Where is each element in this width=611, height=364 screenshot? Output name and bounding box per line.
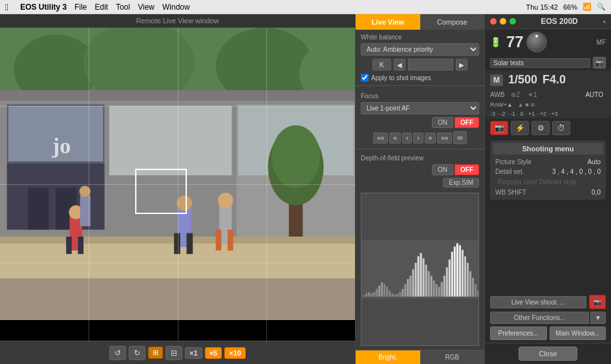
app-name[interactable]: EOS Utility 3 — [20, 3, 67, 12]
scroll-arrow[interactable]: › — [349, 179, 352, 189]
svg-rect-85 — [477, 291, 478, 297]
other-functions-dropdown[interactable]: ▼ — [590, 312, 606, 324]
svg-rect-43 — [368, 292, 370, 297]
apply-checkbox[interactable] — [361, 74, 369, 81]
focus-select[interactable]: Live 1-point AF — [361, 102, 479, 114]
k-value-input[interactable] — [408, 59, 453, 70]
dof-label: Depth-of-field preview — [361, 155, 423, 162]
quality-badge: AUTO — [583, 91, 606, 99]
focus-off-button[interactable]: OFF — [455, 117, 479, 128]
svg-rect-49 — [383, 284, 385, 297]
svg-rect-54 — [396, 294, 398, 297]
grid-button[interactable]: ⊞ — [148, 347, 163, 359]
zoom1-button[interactable]: ×1 — [185, 347, 202, 359]
tab-bar: Live View Compose — [356, 14, 484, 30]
svg-rect-41 — [363, 295, 365, 297]
focus-section-label: Focus — [356, 89, 484, 101]
zoom10-button[interactable]: ×10 — [224, 347, 246, 359]
svg-rect-78 — [459, 245, 461, 296]
nav-next2[interactable]: » — [425, 133, 436, 144]
traffic-light-red[interactable] — [490, 18, 497, 25]
svg-rect-65 — [425, 264, 427, 296]
svg-rect-71 — [441, 283, 443, 297]
wb-select-row: Auto: Ambience priority — [356, 42, 484, 57]
svg-point-39 — [80, 186, 91, 197]
main-container: Remote Live View window — [0, 14, 611, 364]
hist-tab-rgb[interactable]: RGB — [420, 350, 485, 364]
tab-live-view[interactable]: Live View — [356, 14, 420, 30]
dof-off-button[interactable]: OFF — [455, 164, 479, 175]
live-view-shoot-button[interactable]: Live View shoot. ... — [490, 296, 586, 308]
k-slider-right[interactable]: ▶ — [456, 59, 467, 70]
menu-tool[interactable]: Tool — [116, 3, 130, 12]
nav-prev[interactable]: ‹ — [402, 133, 412, 144]
other-functions-button[interactable]: Other Functions... — [490, 312, 589, 324]
svg-rect-73 — [446, 267, 448, 296]
focus-on-button[interactable]: ON — [432, 117, 453, 128]
svg-rect-68 — [433, 281, 435, 297]
shoot-icon-button[interactable]: 📷 — [589, 295, 606, 309]
nav-last[interactable]: »» — [437, 133, 452, 144]
svg-rect-36 — [216, 230, 222, 250]
k-button[interactable]: K — [372, 59, 391, 70]
shooting-menu-title: Shooting menu — [493, 143, 603, 155]
menu-file[interactable]: File — [74, 3, 87, 12]
register-label[interactable]: Register User Defined style — [495, 178, 579, 186]
exp-sim-button[interactable]: Exp.SIM — [443, 178, 479, 187]
svg-rect-53 — [394, 295, 396, 297]
hist-tab-bright[interactable]: Bright. — [356, 350, 420, 364]
menu-edit[interactable]: Edit — [95, 3, 109, 12]
svg-rect-33 — [186, 233, 193, 254]
wb-select[interactable]: Auto: Ambience priority — [361, 43, 479, 56]
svg-rect-56 — [402, 289, 403, 297]
svg-rect-15 — [109, 106, 231, 176]
focus-box — [135, 169, 187, 214]
project-icon-button[interactable]: 📷 — [593, 57, 606, 69]
camera-header: EOS 200D ● — [485, 14, 611, 29]
grid2-button[interactable]: ⊟ — [166, 346, 182, 360]
svg-rect-37 — [228, 230, 233, 250]
svg-rect-48 — [381, 283, 383, 297]
main-window-button[interactable]: Main Window... — [550, 327, 606, 340]
live-view-title: Remote Live View window — [0, 14, 355, 28]
svg-rect-59 — [409, 276, 411, 297]
icon-tab-settings[interactable]: ⚙ — [531, 121, 550, 135]
tab-compose[interactable]: Compose — [420, 14, 485, 30]
wb-section-label: White balance — [356, 30, 484, 42]
svg-rect-28 — [66, 237, 72, 254]
dof-on-off-row: ON OFF — [356, 163, 484, 177]
detail-set-value: 3 , 4 , 4 , 0 , 0 , 0 — [552, 168, 601, 175]
svg-rect-45 — [373, 292, 375, 297]
menubar:  EOS Utility 3 File Edit Tool View Wind… — [0, 0, 611, 14]
rotate-right-button[interactable]: ↻ — [129, 346, 145, 360]
traffic-light-yellow[interactable] — [500, 18, 506, 25]
icon-tab-camera[interactable]: 📷 — [490, 121, 508, 135]
nav-first[interactable]: «« — [373, 133, 388, 144]
icon-tab-flash[interactable]: ⚡ — [511, 121, 529, 135]
nav-next[interactable]: › — [413, 133, 423, 144]
close-button[interactable]: Close — [519, 347, 577, 361]
svg-rect-74 — [449, 259, 451, 296]
nav-infinity[interactable]: ∞ — [453, 131, 467, 144]
camera-dial[interactable] — [526, 32, 547, 52]
live-view-image: jo SALE — [0, 28, 355, 341]
svg-rect-50 — [386, 287, 388, 297]
status-clock: Thu 15:42 — [526, 3, 558, 11]
traffic-light-green[interactable] — [509, 18, 516, 25]
search-icon[interactable]: 🔍 — [597, 3, 606, 11]
rotate-left-button[interactable]: ↺ — [109, 346, 126, 360]
menu-window[interactable]: Window — [162, 3, 190, 12]
nav-prev2[interactable]: « — [389, 133, 401, 144]
histogram-svg — [361, 193, 478, 345]
zoom5-button[interactable]: ×5 — [205, 347, 222, 359]
preferences-button[interactable]: Preferences... — [490, 327, 547, 340]
dof-on-button[interactable]: ON — [432, 164, 453, 175]
k-slider-left[interactable]: ◀ — [394, 59, 405, 70]
battery-status: 66% — [563, 3, 577, 11]
apple-menu[interactable]:  — [5, 2, 8, 12]
project-name-input[interactable] — [490, 58, 590, 68]
icon-tab-clock[interactable]: ⏱ — [552, 121, 570, 135]
svg-rect-60 — [412, 270, 414, 297]
wifi-icon: 📶 — [583, 3, 592, 11]
menu-view[interactable]: View — [138, 3, 155, 12]
